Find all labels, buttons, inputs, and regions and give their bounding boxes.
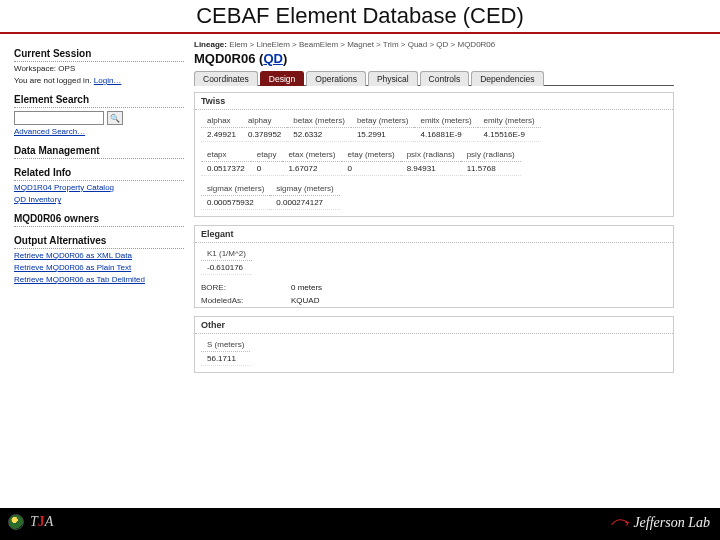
search-button[interactable]: 🔍 xyxy=(107,111,123,125)
sidebar-head-owners: MQD0R06 owners xyxy=(14,211,184,227)
tab-operations[interactable]: Operations xyxy=(306,71,366,86)
slide-title-bar: CEBAF Element Database (CED) xyxy=(0,0,720,34)
tab-bar: Coordinates Design Operations Physical C… xyxy=(194,70,674,86)
workspace-label: Workspace: OPS xyxy=(14,64,184,74)
sidebar-head-output: Output Alternatives xyxy=(14,233,184,249)
jlab-arrow-icon xyxy=(611,518,629,528)
main-content: Lineage: Elem > LineElem > BeamElem > Ma… xyxy=(194,40,704,381)
kv-bore: BORE: 0 meters xyxy=(195,281,673,294)
magnifier-icon: 🔍 xyxy=(110,114,120,123)
doe-seal-icon xyxy=(8,514,24,530)
login-status: You are not logged in. Login… xyxy=(14,76,184,86)
tab-coordinates[interactable]: Coordinates xyxy=(194,71,258,86)
sidebar-head-data: Data Management xyxy=(14,143,184,159)
related-link-1[interactable]: MQD1R04 Property Catalog xyxy=(14,183,184,193)
table-row: 0.0517372 0 1.67072 0 8.94931 11.5768 xyxy=(201,162,521,176)
sidebar-head-related: Related Info xyxy=(14,165,184,181)
ced-app: Current Session Workspace: OPS You are n… xyxy=(14,40,706,490)
related-link-2[interactable]: QD Inventory xyxy=(14,195,184,205)
footer-right: Jefferson Lab xyxy=(611,515,710,531)
other-table: S (meters) 56.1711 xyxy=(201,338,250,366)
elegant-table: K1 (1/M^2) -0.610176 xyxy=(201,247,252,275)
table-row: -0.610176 xyxy=(201,261,252,275)
slide-title: CEBAF Element Database (CED) xyxy=(0,3,720,29)
slide-footer: TJA Jefferson Lab xyxy=(0,508,720,540)
twiss-table-1: alphax alphay betax (meters) betay (mete… xyxy=(201,114,541,142)
footer-left: TJA xyxy=(8,514,53,530)
element-title: MQD0R06 (QD) xyxy=(194,51,704,66)
output-link-tab[interactable]: Retrieve MQD0R06 as Tab Delimited xyxy=(14,275,184,285)
jlab-label: Jefferson Lab xyxy=(633,515,710,531)
panel-other: Other S (meters) 56.1711 xyxy=(194,316,674,373)
tab-controls[interactable]: Controls xyxy=(420,71,470,86)
table-row: 56.1711 xyxy=(201,352,250,366)
panel-twiss-head: Twiss xyxy=(195,93,673,110)
table-row: 2.49921 0.378952 52.6332 15.2991 4.16881… xyxy=(201,128,541,142)
twiss-table-2: etapx etapy etax (meters) etay (meters) … xyxy=(201,148,521,176)
kv-modeled: ModeledAs: KQUAD xyxy=(195,294,673,307)
sidebar-head-search: Element Search xyxy=(14,92,184,108)
panel-elegant: Elegant K1 (1/M^2) -0.610176 BORE: 0 met… xyxy=(194,225,674,308)
tja-logo: TJA xyxy=(30,514,53,530)
twiss-table-3: sigmax (meters) sigmay (meters) 0.000575… xyxy=(201,182,340,210)
tab-physical[interactable]: Physical xyxy=(368,71,418,86)
login-link[interactable]: Login… xyxy=(94,76,122,85)
search-form: 🔍 xyxy=(14,111,184,125)
advanced-search-link[interactable]: Advanced Search… xyxy=(14,127,184,137)
sidebar: Current Session Workspace: OPS You are n… xyxy=(14,40,184,287)
output-link-xml[interactable]: Retrieve MQD0R06 as XML Data xyxy=(14,251,184,261)
element-type-link[interactable]: QD xyxy=(263,51,283,66)
tab-design[interactable]: Design xyxy=(260,71,304,86)
panel-other-head: Other xyxy=(195,317,673,334)
lineage: Lineage: Elem > LineElem > BeamElem > Ma… xyxy=(194,40,704,49)
table-row: 0.000575932 0.000274127 xyxy=(201,196,340,210)
sidebar-head-session: Current Session xyxy=(14,46,184,62)
output-link-plain[interactable]: Retrieve MQD0R06 as Plain Text xyxy=(14,263,184,273)
tab-dependencies[interactable]: Dependencies xyxy=(471,71,543,86)
search-input[interactable] xyxy=(14,111,104,125)
panel-elegant-head: Elegant xyxy=(195,226,673,243)
panel-twiss: Twiss alphax alphay betax (meters) betay… xyxy=(194,92,674,217)
